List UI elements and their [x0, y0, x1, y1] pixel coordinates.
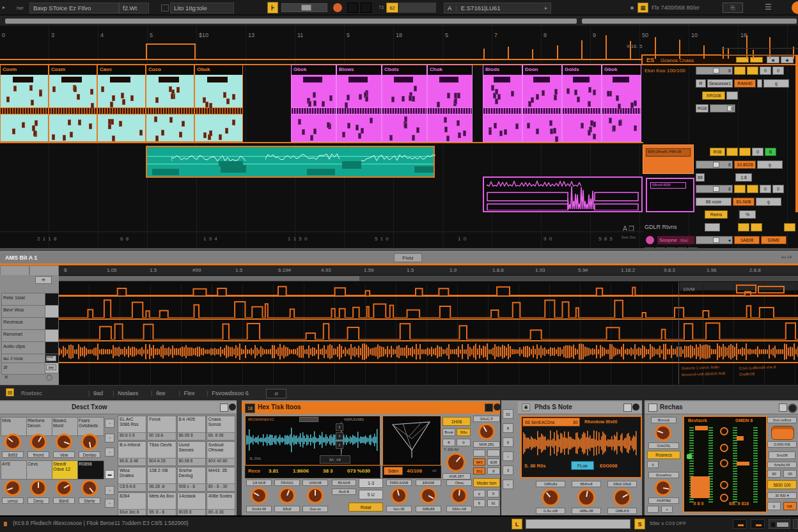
side2-chip[interactable] [487, 450, 500, 457]
device-icon[interactable]: ▤ [6, 388, 14, 396]
magenta-box-clip[interactable]: S8me8 8008 [646, 178, 694, 212]
device4-chip[interactable]: 0 [767, 502, 781, 510]
export-button[interactable]: ⎘ [723, 3, 743, 13]
mixer-orange-button[interactable]: RAM40 [734, 79, 756, 88]
device2-value-box[interactable]: 5 U [359, 490, 383, 499]
drum-pad[interactable]: T6ss Oevts804 A 28 [147, 441, 176, 466]
master-track-header[interactable]: ES Gcsnos Cnass ◉ ◉ [641, 54, 798, 65]
midi-clip[interactable]: Gbok [291, 65, 336, 142]
filter-mode-button[interactable]: Sden [384, 467, 403, 475]
mixer-knob-button[interactable]: 0 [772, 185, 784, 193]
mixer-yellow-button[interactable]: R08 [710, 148, 725, 156]
editor-scroll-strip[interactable] [59, 276, 798, 281]
stop-button[interactable] [347, 3, 358, 13]
mixer-green-button[interactable]: B [765, 148, 776, 156]
device3-activator[interactable] [632, 403, 639, 411]
mixer-yellow-button[interactable] [747, 66, 758, 75]
device1-util-button[interactable]: ▫ [105, 434, 114, 442]
editor-row-strip[interactable] [45, 317, 59, 330]
filter-value[interactable]: 4G108 [407, 468, 422, 474]
device4-yellow-button[interactable]: 5830 100 [767, 480, 797, 489]
slider-thumb[interactable] [713, 68, 719, 74]
time-signature-field[interactable]: Lito 1Itg:tole [170, 3, 234, 13]
mixer-gray-button[interactable]: RG8 [696, 104, 708, 113]
device1-activator[interactable] [229, 403, 236, 411]
rack-util-button[interactable]: 9 [503, 437, 513, 447]
editor-scroll-handle[interactable] [59, 276, 359, 281]
loop-marker-chip[interactable]: 8 [336, 432, 343, 440]
drum-pad[interactable]: Mets As 8oo65: 8 - 8 [147, 492, 176, 517]
device4-orange-knob[interactable] [771, 426, 794, 440]
meter-knob-dot[interactable] [720, 427, 728, 435]
side2-chip[interactable]: E08 [487, 458, 500, 465]
quantize-menu[interactable] [399, 3, 436, 13]
mixer-gray-button[interactable] [705, 223, 720, 231]
side2-chip-orange[interactable]: 9#3 [473, 458, 485, 465]
record-button[interactable] [333, 3, 342, 12]
slider-thumb[interactable] [713, 186, 719, 192]
macro-knob[interactable] [81, 434, 98, 450]
device4-chip[interactable]: 90 [767, 470, 781, 478]
drum-pad[interactable]: B.x-Inforot89.8, 8 48 [118, 441, 146, 466]
device2-knob[interactable] [451, 487, 467, 504]
loop-brace[interactable] [146, 43, 196, 59]
sample-footer-chip[interactable]: 8A . A8 [320, 455, 350, 464]
cpu-meter-button[interactable]: ▦ [638, 3, 648, 13]
side2-chip[interactable]: 8 [487, 467, 500, 474]
mixer-gray-button[interactable]: R [696, 79, 706, 88]
sample-info-value[interactable]: 38 3 [323, 468, 333, 474]
sample-info-value[interactable]: 3.81 [269, 468, 279, 474]
midi-clip[interactable]: Cavc [97, 65, 146, 142]
device4-chip[interactable]: 00 [783, 470, 797, 478]
midi-clip[interactable]: Cbots [382, 65, 427, 142]
macro-knob[interactable] [81, 480, 98, 496]
device1-util-button[interactable]: ▬ [105, 470, 114, 479]
midi-clip[interactable]: Golds [562, 65, 602, 142]
mixer-gray-button[interactable]: ϙ [763, 79, 789, 88]
mixer-slider[interactable]: 8 [696, 160, 733, 169]
side-button-3a[interactable]: 8 [442, 439, 455, 446]
position-slider-thumb[interactable] [301, 4, 311, 11]
mixer-yellow-button[interactable]: Rems [705, 210, 728, 219]
meter-knob-dot[interactable] [720, 459, 728, 467]
macro-knob[interactable] [4, 480, 21, 496]
device3-footer-value[interactable]: E0G008 [600, 463, 618, 469]
device4-knob[interactable] [655, 425, 671, 441]
mixer-gray-button[interactable]: % [739, 210, 756, 219]
editor-divider[interactable] [678, 282, 679, 384]
editor-close-icon[interactable]: ✕ [4, 374, 12, 382]
device3-knob[interactable] [577, 489, 595, 506]
device2-knob[interactable] [391, 487, 407, 504]
drum-pad[interactable]: 14cdaok8035 8 [177, 492, 206, 517]
device4-chip[interactable]: 0 [647, 461, 659, 468]
drum-pad[interactable]: Svdoud Ofnvwe60X 40 80 [207, 441, 235, 466]
mixer-gray-button[interactable]: Seacesse1 [707, 79, 733, 88]
follow-button[interactable]: ⊦ [267, 2, 278, 13]
master-name-chip[interactable]: Soopne Rse [657, 236, 694, 244]
mixer-gray-button[interactable] [757, 79, 762, 88]
rack-util-button[interactable]: ▫ [503, 451, 513, 461]
detail-tab[interactable]: 9ad [93, 390, 103, 396]
drum-pad[interactable]: 408e Sodes89.-6 36 [207, 492, 235, 517]
mixer-orange-button[interactable]: 10.8028 [734, 160, 756, 169]
tempo-field[interactable]: Bavp SToIce Ez Ftlvo [29, 3, 119, 13]
macro-knob[interactable] [56, 480, 72, 496]
macro-knob[interactable] [30, 434, 47, 450]
midi-clip[interactable]: Covm [0, 65, 49, 142]
drum-pad[interactable]: Cnavs Sonos89. 8 98 [207, 416, 235, 441]
side2-chip-orange[interactable]: 302 [473, 467, 485, 474]
device3-knob[interactable] [613, 489, 631, 506]
drum-pad[interactable]: Fvnot80 18 A [147, 416, 176, 441]
loop-field[interactable]: A | E.S7161|LU61 ▸ [444, 3, 551, 13]
side-button-1[interactable]: 1H06 [442, 417, 471, 426]
audio-clip-teal[interactable] [146, 146, 435, 178]
midi-map-button[interactable]: S [634, 519, 645, 529]
loop-marker-chip[interactable]: 8 [336, 423, 343, 431]
device4-yellow-button[interactable]: Rosnecs [647, 451, 680, 459]
sample-info-value[interactable]: 073 %030 [347, 468, 370, 474]
arrangement-scrollbar[interactable] [795, 55, 798, 212]
position-slider[interactable] [281, 3, 327, 12]
mixer-gray-button[interactable]: ϙ [757, 160, 783, 169]
mixer-knob-button[interactable]: 0 [760, 66, 771, 75]
side2-grid-chip[interactable]: 9 [487, 490, 499, 497]
